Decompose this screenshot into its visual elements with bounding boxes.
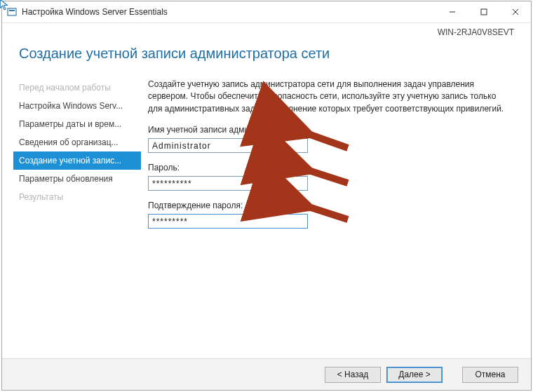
svg-rect-3	[481, 9, 487, 15]
step-create-admin-account[interactable]: Создание учетной запис...	[13, 151, 141, 170]
step-update-settings[interactable]: Параметры обновления	[13, 170, 141, 188]
window-controls	[436, 1, 531, 22]
server-name: WIN-2RJA0V8SEVT	[438, 27, 514, 37]
titlebar: Настройка Windows Server Essentials	[2, 1, 531, 23]
step-configure-windows-server[interactable]: Настройка Windows Serv...	[13, 97, 141, 115]
admin-username-input[interactable]	[148, 138, 308, 153]
admin-username-label: Имя учетной записи администратора:	[148, 125, 515, 135]
page-title: Создание учетной записи администратора с…	[19, 46, 514, 62]
wizard-window: Настройка Windows Server Essentials WIN-…	[1, 1, 532, 391]
minimize-button[interactable]	[436, 1, 468, 22]
next-button[interactable]: Далее >	[386, 367, 443, 383]
wizard-steps-sidebar: Перед началом работы Настройка Windows S…	[2, 72, 135, 374]
step-results[interactable]: Результаты	[13, 188, 141, 206]
confirm-password-input[interactable]	[148, 214, 308, 229]
cancel-button[interactable]: Отмена	[462, 367, 518, 383]
wizard-footer: < Назад Далее > Отмена	[2, 358, 531, 390]
step-description: Создайте учетную запись администратора с…	[148, 79, 513, 115]
step-company-information[interactable]: Сведения об организац...	[13, 133, 141, 151]
step-date-time-settings[interactable]: Параметры даты и врем...	[13, 115, 141, 133]
close-button[interactable]	[499, 1, 531, 22]
password-input[interactable]	[148, 176, 308, 191]
mouse-cursor-icon	[0, 0, 11, 11]
back-button[interactable]: < Назад	[325, 367, 381, 383]
window-title: Настройка Windows Server Essentials	[22, 7, 168, 17]
confirm-password-label: Подтверждение пароля:	[148, 201, 515, 210]
step-before-you-begin[interactable]: Перед началом работы	[13, 79, 141, 97]
svg-line-6	[304, 133, 348, 148]
wizard-header: WIN-2RJA0V8SEVT Создание учетной записи …	[2, 23, 531, 72]
password-label: Пароль:	[148, 163, 515, 173]
wizard-content: Создайте учетную запись администратора с…	[135, 72, 531, 374]
maximize-button[interactable]	[468, 1, 499, 22]
